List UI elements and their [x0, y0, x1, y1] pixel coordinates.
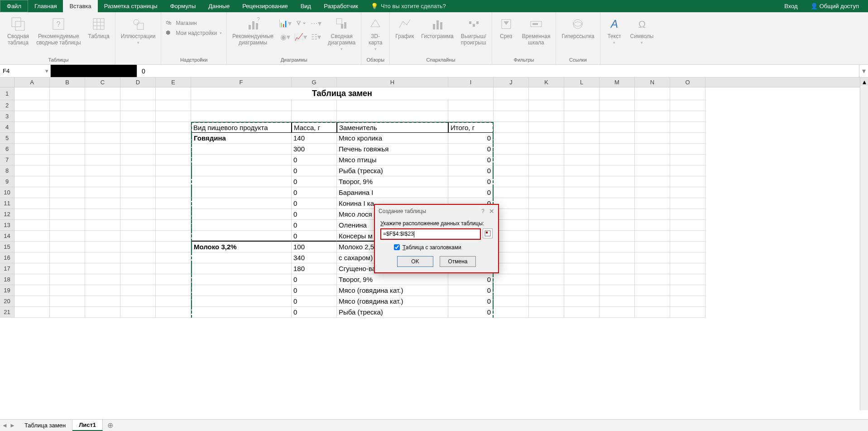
cell[interactable] [14, 111, 50, 122]
login-button[interactable]: Вход [780, 1, 802, 11]
cell[interactable] [529, 231, 564, 242]
cell[interactable] [85, 176, 120, 187]
text-button[interactable]: A Текст▾ [603, 15, 626, 46]
cell[interactable] [120, 155, 156, 165]
cell[interactable]: 340 [292, 252, 337, 263]
cell[interactable]: Заменитель [337, 122, 448, 133]
cell[interactable] [635, 220, 670, 231]
cell[interactable] [50, 198, 85, 209]
cell[interactable] [670, 100, 705, 111]
cell[interactable] [156, 220, 191, 231]
slicer-button[interactable]: Срез [495, 15, 518, 40]
cell[interactable] [50, 220, 85, 231]
cell[interactable] [670, 285, 705, 296]
cell[interactable] [529, 133, 564, 144]
cell[interactable] [191, 231, 292, 242]
cell[interactable] [191, 165, 292, 176]
cell[interactable] [529, 155, 564, 165]
ok-button[interactable]: OK [397, 256, 433, 267]
cell[interactable] [156, 285, 191, 296]
scroll-up-icon[interactable]: ▴ [860, 77, 868, 86]
table-button[interactable]: Таблица [86, 15, 112, 40]
cell[interactable]: Мясо кролика [337, 133, 448, 144]
row-header-10[interactable]: 10 [0, 187, 14, 198]
cell[interactable] [599, 122, 635, 133]
cell[interactable] [191, 263, 292, 274]
tab-home[interactable]: Главная [28, 0, 63, 12]
cell[interactable] [85, 307, 120, 318]
cell[interactable] [599, 285, 635, 296]
cell[interactable] [85, 242, 120, 252]
cell[interactable]: 0 [448, 165, 494, 176]
cell[interactable] [494, 285, 529, 296]
cell[interactable] [85, 144, 120, 155]
col-header-L[interactable]: L [564, 77, 599, 87]
cell[interactable] [599, 111, 635, 122]
cell[interactable] [50, 176, 85, 187]
cell[interactable] [50, 285, 85, 296]
chart-type-1[interactable]: 📊▾ [278, 17, 293, 29]
cell[interactable] [14, 176, 50, 187]
cell[interactable] [529, 285, 564, 296]
cell[interactable] [529, 100, 564, 111]
chart-type-4[interactable]: ◉▾ [278, 30, 293, 43]
cell[interactable]: 0 [448, 133, 494, 144]
cell[interactable] [120, 242, 156, 252]
cell[interactable] [191, 187, 292, 198]
cell[interactable] [120, 263, 156, 274]
range-input[interactable]: =$F$4:$I$23 [380, 228, 481, 240]
cell[interactable]: Таблица замен [191, 87, 494, 100]
cell[interactable] [156, 165, 191, 176]
cell[interactable]: 0 [292, 155, 337, 165]
cell[interactable] [292, 111, 337, 122]
cell[interactable]: Молоко 3,2% [191, 242, 292, 252]
cell[interactable] [120, 198, 156, 209]
cell[interactable]: Баранина I [337, 187, 448, 198]
cell[interactable] [599, 274, 635, 285]
cell[interactable] [85, 133, 120, 144]
cell[interactable]: 0 [448, 155, 494, 165]
cell[interactable] [50, 231, 85, 242]
cell[interactable]: 0 [292, 285, 337, 296]
recommended-charts-button[interactable]: ? Рекомендуемые диаграммы [230, 15, 276, 47]
cell[interactable] [191, 209, 292, 220]
cell[interactable] [635, 111, 670, 122]
tab-view[interactable]: Вид [294, 0, 318, 12]
cell[interactable] [599, 209, 635, 220]
col-header-A[interactable]: A [14, 77, 50, 87]
cell[interactable] [564, 263, 599, 274]
tab-developer[interactable]: Разработчик [317, 0, 364, 12]
cell[interactable] [14, 198, 50, 209]
cell[interactable]: Рыба (треска) [337, 165, 448, 176]
cell[interactable] [14, 87, 50, 100]
cell[interactable] [85, 263, 120, 274]
cell[interactable] [670, 231, 705, 242]
cell[interactable]: 0 [292, 209, 337, 220]
symbols-button[interactable]: Ω Символы▾ [628, 15, 657, 46]
cell[interactable] [564, 296, 599, 307]
col-header-E[interactable]: E [156, 77, 191, 87]
cell[interactable] [85, 274, 120, 285]
cell[interactable] [529, 252, 564, 263]
cell[interactable] [599, 220, 635, 231]
cell[interactable] [14, 122, 50, 133]
cell[interactable]: 0 [448, 307, 494, 318]
cell[interactable] [494, 187, 529, 198]
chart-type-6[interactable]: ☷▾ [309, 30, 323, 43]
cell[interactable] [50, 155, 85, 165]
tab-insert[interactable]: Вставка [63, 0, 97, 12]
cell[interactable] [670, 111, 705, 122]
cell[interactable]: Рыба (треска) [337, 307, 448, 318]
cell[interactable] [156, 100, 191, 111]
cell[interactable] [14, 231, 50, 242]
cell[interactable] [494, 307, 529, 318]
cell[interactable] [448, 111, 494, 122]
sheet-prev-icon[interactable]: ◄ [2, 422, 8, 429]
cell[interactable] [85, 100, 120, 111]
cell[interactable]: 0 [292, 274, 337, 285]
cell[interactable]: 0 [448, 285, 494, 296]
sheet-next-icon[interactable]: ► [10, 422, 15, 429]
cell[interactable] [635, 307, 670, 318]
cell[interactable] [156, 122, 191, 133]
help-icon[interactable]: ? [481, 208, 484, 214]
